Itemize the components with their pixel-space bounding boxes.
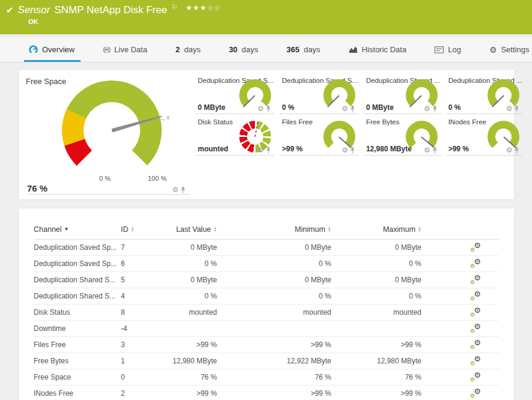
sort-icon: ▲▼ xyxy=(418,226,421,232)
gauge-cell-dedup-shared-pct: Deduplication Shared ... 0 % ⚙ xyxy=(446,74,524,114)
channel-gear-icon[interactable]: ⚙ xyxy=(424,147,430,154)
channel-name: Deduplication Saved Sp... xyxy=(34,259,121,268)
gauge-cell-dedup-shared-bytes: Deduplication Shared ... 0 MByte ⚙ xyxy=(364,74,441,114)
tab-label: Settings xyxy=(501,45,529,54)
free-space-gauge-pane: Free Space x 0 % 100 % 76 % ⚙ xyxy=(26,77,189,195)
gauge-value: 76 % xyxy=(27,183,47,193)
channel-gear-icon[interactable]: ⚙ xyxy=(172,186,179,193)
tab-log[interactable]: Log xyxy=(435,37,461,62)
maximum: 12,980 MByte xyxy=(331,357,421,365)
channel-name: Free Space xyxy=(34,373,121,381)
channel-name: Free Bytes xyxy=(34,357,121,365)
pin-icon[interactable] xyxy=(514,106,519,112)
mini-gauge-grid: Deduplication Saved S... 0 MByte ⚙ Dedup… xyxy=(195,74,508,156)
flag-icon[interactable]: ⚐ xyxy=(171,3,178,11)
column-header-minimum[interactable]: Minimum ▲▼ xyxy=(295,225,331,234)
tab-365-days[interactable]: 365 days xyxy=(287,37,320,62)
gear-icon: ⚙ xyxy=(489,45,497,55)
channel-name: Downtime xyxy=(34,324,121,333)
channel-settings-gears-icon[interactable]: ⚙⚙ xyxy=(470,274,481,284)
channel-gear-icon[interactable]: ⚙ xyxy=(257,147,264,154)
table-row: Free Space 0 76 % 76 % 76 % ⚙⚙ xyxy=(34,369,499,386)
gauge-min-label: 0 % xyxy=(99,175,111,182)
channel-name: INodes Free xyxy=(34,389,121,398)
gauge-max-label: 100 % xyxy=(148,175,167,182)
last-value: mounted xyxy=(160,308,217,317)
channel-settings-gears-icon[interactable]: ⚙⚙ xyxy=(470,307,481,317)
channel-id: 3 xyxy=(121,341,160,349)
tab-historic-data[interactable]: Historic Data xyxy=(349,37,406,62)
channel-settings-gears-icon[interactable]: ⚙⚙ xyxy=(470,356,481,365)
channel-id: 2 xyxy=(121,389,160,398)
maximum: >99 % xyxy=(331,389,421,398)
tab-label: Live Data xyxy=(114,45,147,54)
gauge-cell-dedup-saved-bytes: Deduplication Saved S... 0 MByte ⚙ xyxy=(195,74,275,114)
channel-id: 5 xyxy=(121,276,160,284)
last-value: 0 MByte xyxy=(160,243,217,252)
channel-settings-gears-icon[interactable]: ⚙⚙ xyxy=(470,242,481,252)
gauge-cell-free-bytes: Free Bytes 12,980 MByte ⚙ xyxy=(364,116,441,156)
object-kind-label: Sensor xyxy=(18,4,50,16)
gauge-icon xyxy=(29,45,38,54)
needle-tip-marker: x xyxy=(167,114,170,121)
table-row: Free Bytes 1 12,980 MByte 12,922 MByte 1… xyxy=(34,353,499,369)
pin-icon[interactable] xyxy=(350,147,355,154)
table-row: Deduplication Saved Sp... 6 0 % 0 % 0 % … xyxy=(34,256,499,272)
channel-gear-icon[interactable]: ⚙ xyxy=(341,147,348,154)
minimum: >99 % xyxy=(217,389,331,398)
sensor-tabbar: Overview ((•)) Live Data 2 days 30 days … xyxy=(0,34,532,62)
channel-settings-gears-icon[interactable]: ⚙⚙ xyxy=(470,372,481,381)
column-header-last-value[interactable]: Last Value ▲▼ xyxy=(176,225,217,234)
status-badge: OK xyxy=(28,18,526,25)
table-row: INodes Free 2 >99 % >99 % >99 % ⚙⚙ xyxy=(34,386,499,400)
minimum: 76 % xyxy=(217,373,331,381)
maximum: 76 % xyxy=(331,373,421,381)
tab-label: Log xyxy=(448,45,461,54)
priority-stars[interactable]: ★★★☆☆ xyxy=(186,4,221,12)
pin-icon[interactable] xyxy=(180,187,186,193)
minimum: 0 MByte xyxy=(217,243,331,252)
tab-label: days xyxy=(304,45,320,54)
log-list-icon xyxy=(435,46,444,53)
column-header-channel[interactable]: Channel ▼ xyxy=(34,225,121,234)
channel-settings-gears-icon[interactable]: ⚙⚙ xyxy=(470,291,481,300)
last-value: 76 % xyxy=(160,373,217,381)
channel-id: 1 xyxy=(121,357,160,365)
gauge-cell-dedup-saved-pct: Deduplication Saved S... 0 % ⚙ xyxy=(280,74,359,114)
tab-label: days xyxy=(242,45,258,54)
area-chart-icon xyxy=(349,46,358,53)
pin-icon[interactable] xyxy=(514,147,519,154)
column-header-maximum[interactable]: Maximum ▲▼ xyxy=(383,225,421,234)
channel-gear-icon[interactable]: ⚙ xyxy=(506,147,513,154)
column-header-id[interactable]: ID ▲▼ xyxy=(121,225,160,234)
channel-settings-gears-icon[interactable]: ⚙⚙ xyxy=(470,339,481,349)
tab-overview[interactable]: Overview xyxy=(29,37,75,62)
channel-name: Deduplication Saved Sp... xyxy=(34,243,121,252)
pin-icon[interactable] xyxy=(432,147,438,154)
tab-30-days[interactable]: 30 days xyxy=(229,37,258,62)
pin-icon[interactable] xyxy=(432,106,438,112)
channel-settings-gears-icon[interactable]: ⚙⚙ xyxy=(470,258,481,268)
channel-settings-gears-icon[interactable]: ⚙⚙ xyxy=(470,388,481,398)
tab-live-data[interactable]: ((•)) Live Data xyxy=(103,37,147,62)
last-value: 0 % xyxy=(160,292,217,300)
minimum: mounted xyxy=(217,308,331,317)
channel-gear-icon[interactable]: ⚙ xyxy=(341,105,348,112)
pin-icon[interactable] xyxy=(266,147,271,154)
gauge-cell-inodes-free: INodes Free >99 % ⚙ xyxy=(446,116,524,156)
minimum: >99 % xyxy=(217,341,331,349)
table-row: Deduplication Saved Sp... 7 0 MByte 0 MB… xyxy=(34,240,499,256)
sensor-title: SNMP NetApp Disk Free xyxy=(54,4,167,16)
pin-icon[interactable] xyxy=(266,106,271,112)
channel-gear-icon[interactable]: ⚙ xyxy=(257,105,264,112)
pin-icon[interactable] xyxy=(350,106,355,112)
tab-2-days[interactable]: 2 days xyxy=(176,37,201,62)
tab-settings[interactable]: ⚙ Settings xyxy=(489,37,530,62)
channel-gear-icon[interactable]: ⚙ xyxy=(506,105,513,112)
content-area: Free Space x 0 % 100 % 76 % ⚙ Deduplicat… xyxy=(0,62,532,400)
minimum: 0 % xyxy=(217,259,331,268)
live-data-icon: ((•)) xyxy=(103,46,110,53)
channel-id: 7 xyxy=(121,243,160,252)
channel-gear-icon[interactable]: ⚙ xyxy=(424,105,430,112)
channel-settings-gears-icon[interactable]: ⚙⚙ xyxy=(470,323,481,333)
